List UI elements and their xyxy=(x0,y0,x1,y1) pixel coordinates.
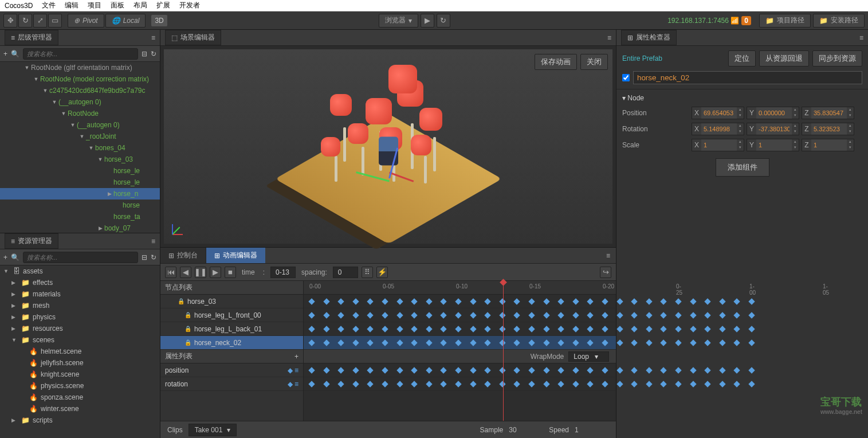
keyframe[interactable] xyxy=(382,312,388,318)
menu-developer[interactable]: 开发者 xyxy=(179,1,200,10)
keyframe[interactable] xyxy=(543,312,549,318)
keyframe[interactable] xyxy=(396,367,403,373)
hierarchy-node[interactable]: horse_le xyxy=(0,165,160,177)
keyframe[interactable] xyxy=(396,298,403,304)
keyframe[interactable] xyxy=(367,367,374,373)
keyframe[interactable] xyxy=(455,298,461,304)
keyframe[interactable] xyxy=(426,381,432,387)
exit-icon[interactable]: ↪ xyxy=(600,267,611,278)
keyframe[interactable] xyxy=(367,312,374,318)
hierarchy-node[interactable]: ▼c2475420cd6847fe9bd9c7a79c xyxy=(0,85,160,96)
assets-search-input[interactable] xyxy=(23,252,138,263)
collapse-icon[interactable]: ⊟ xyxy=(142,50,147,58)
keyframe[interactable] xyxy=(338,367,344,373)
move-tool-icon[interactable]: ✥ xyxy=(3,14,17,28)
console-tab[interactable]: ⊞ 控制台 xyxy=(160,248,206,263)
keyframe[interactable] xyxy=(543,326,549,332)
asset-item[interactable]: ▶📁effects xyxy=(0,277,160,288)
mode-badge[interactable]: 3D xyxy=(151,15,167,26)
save-animation-button[interactable]: 保存动画 xyxy=(535,54,577,70)
keyframe[interactable] xyxy=(426,326,432,332)
keyframe[interactable] xyxy=(514,298,520,304)
keyframe[interactable] xyxy=(352,339,359,346)
keyframe[interactable] xyxy=(441,339,447,346)
node-name-input[interactable] xyxy=(633,71,862,84)
timeline-ruler[interactable]: 0-000-050-100-150-200-251-001-05 xyxy=(304,281,616,295)
keyframe[interactable] xyxy=(426,367,432,373)
keyframe[interactable] xyxy=(338,326,344,332)
y-input[interactable]: Y▴▾ xyxy=(747,139,799,151)
add-component-button[interactable]: 添加组件 xyxy=(716,158,769,177)
keyframe[interactable] xyxy=(352,326,359,332)
keyframe[interactable] xyxy=(426,312,432,318)
wrapmode-select[interactable]: Loop ▾ xyxy=(568,351,609,362)
keyframe[interactable] xyxy=(396,326,403,332)
keyframe[interactable] xyxy=(587,381,594,387)
keyframe[interactable] xyxy=(411,298,418,304)
project-path-button[interactable]: 📁 项目路径 xyxy=(759,14,811,28)
keyframe[interactable] xyxy=(308,312,315,318)
keyframe[interactable] xyxy=(602,298,608,304)
install-path-button[interactable]: 📁 安装路径 xyxy=(813,14,865,28)
event-icon[interactable]: ⚡ xyxy=(376,267,388,278)
hierarchy-tab[interactable]: ≡ 层级管理器 xyxy=(5,30,58,45)
keyframe[interactable] xyxy=(382,298,388,304)
keyframe[interactable] xyxy=(528,381,535,387)
close-button[interactable]: 关闭 xyxy=(580,54,608,70)
keyframe[interactable] xyxy=(441,298,447,304)
keyframe[interactable] xyxy=(338,339,344,346)
anim-node-row[interactable]: 🔒horse_leg_L_front_00 xyxy=(160,308,303,322)
keyframe[interactable] xyxy=(587,326,594,332)
keyframe[interactable] xyxy=(411,326,418,332)
asset-item[interactable]: ▼🗄assets xyxy=(0,265,160,277)
refresh-assets-icon[interactable]: ↻ xyxy=(151,253,156,261)
keyframe[interactable] xyxy=(485,367,491,373)
keyframe[interactable] xyxy=(441,381,447,387)
z-input[interactable]: Z▴▾ xyxy=(802,107,854,119)
keyframe[interactable] xyxy=(426,339,432,346)
keyframe[interactable] xyxy=(572,326,579,332)
keyframe[interactable] xyxy=(470,381,476,387)
hierarchy-node[interactable]: ▼RootNode (model correction matrix) xyxy=(0,73,160,85)
keyframe[interactable] xyxy=(323,381,329,387)
keyframe[interactable] xyxy=(587,339,594,346)
asset-item[interactable]: ▼📁scenes xyxy=(0,334,160,346)
x-input[interactable]: X▴▾ xyxy=(692,107,744,119)
asset-item[interactable]: 🔥knight.scene xyxy=(0,369,160,380)
anim-node-row[interactable]: 🔒horse_neck_02 xyxy=(160,336,303,350)
keyframe[interactable] xyxy=(470,298,476,304)
keyframe[interactable] xyxy=(338,312,344,318)
keyframe[interactable] xyxy=(602,381,608,387)
keyframe[interactable] xyxy=(455,326,461,332)
menu-project[interactable]: 项目 xyxy=(88,1,101,10)
keyframe[interactable] xyxy=(528,298,535,304)
keyframe[interactable] xyxy=(499,381,505,387)
keyframe[interactable] xyxy=(572,298,579,304)
hierarchy-node[interactable]: ▼_rootJoint xyxy=(0,131,160,142)
hierarchy-node[interactable]: ▼(__autogen 0) xyxy=(0,119,160,131)
rect-tool-icon[interactable]: ▭ xyxy=(48,14,62,28)
keyframe[interactable] xyxy=(323,326,329,332)
anim-prop-row[interactable]: position◆ ≡ xyxy=(160,363,303,377)
keyframe[interactable] xyxy=(352,381,359,387)
keyframe[interactable] xyxy=(485,326,491,332)
keyframe[interactable] xyxy=(441,367,447,373)
asset-item[interactable]: ▶📁mesh xyxy=(0,300,160,311)
play-icon[interactable]: ▶ xyxy=(421,14,434,28)
local-toggle[interactable]: 🌐 Local xyxy=(105,14,146,28)
keyframe[interactable] xyxy=(587,367,594,373)
keyframe-lane[interactable] xyxy=(304,322,616,336)
keyframe[interactable] xyxy=(514,326,520,332)
anim-node-row[interactable]: 🔒horse_leg_L_back_01 xyxy=(160,322,303,336)
keyframe[interactable] xyxy=(470,367,476,373)
keyframe[interactable] xyxy=(308,326,315,332)
keyframe[interactable] xyxy=(543,367,549,373)
keyframe[interactable] xyxy=(543,298,549,304)
panel-menu-icon[interactable]: ≡ xyxy=(859,34,863,42)
keyframe[interactable] xyxy=(587,298,594,304)
hierarchy-node[interactable]: ▼horse_03 xyxy=(0,154,160,165)
panel-menu-icon[interactable]: ≡ xyxy=(600,252,616,260)
keyframe[interactable] xyxy=(455,339,461,346)
keyframe[interactable] xyxy=(558,367,564,373)
keyframe[interactable] xyxy=(543,339,549,346)
